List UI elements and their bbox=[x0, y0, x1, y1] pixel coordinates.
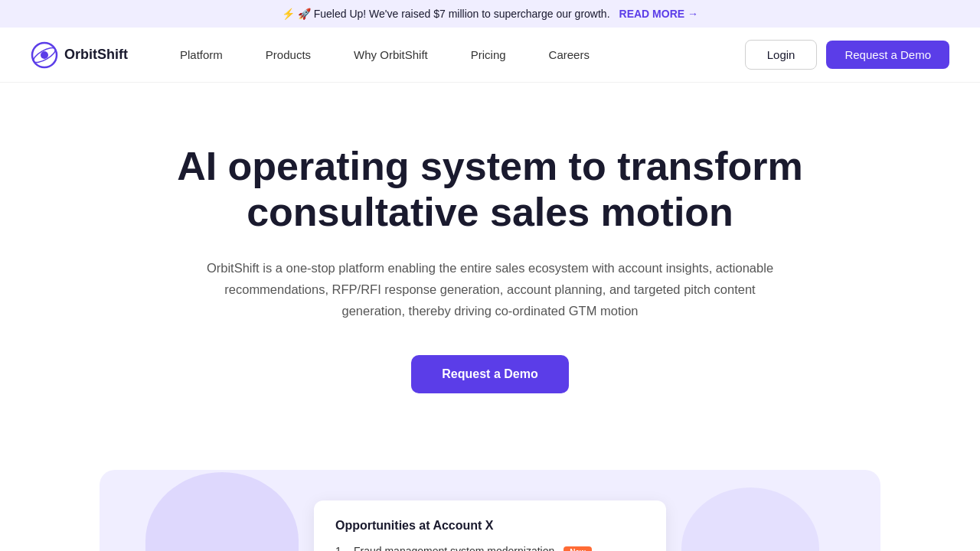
svg-point-1 bbox=[41, 51, 48, 59]
dashboard-inner: Opportunities at Account X 1. Fraud mana… bbox=[314, 500, 666, 551]
hero-section: AI operating system to transform consult… bbox=[145, 83, 835, 439]
announcement-banner: ⚡ 🚀 Fueled Up! We've raised $7 million t… bbox=[0, 0, 980, 28]
nav-links: Platform Products Why OrbitShift Pricing… bbox=[158, 28, 745, 83]
nav-actions: Login Request a Demo bbox=[745, 40, 949, 70]
opportunity-number: 1. bbox=[335, 545, 348, 551]
hero-title: AI operating system to transform consult… bbox=[176, 144, 804, 236]
dashboard-card: Opportunities at Account X 1. Fraud mana… bbox=[100, 470, 880, 551]
opportunity-item: 1. Fraud management system modernization… bbox=[335, 545, 645, 551]
announcement-emoji: ⚡ 🚀 bbox=[282, 8, 311, 20]
arrow-icon: → bbox=[688, 8, 698, 20]
read-more-link[interactable]: READ MORE → bbox=[619, 8, 699, 20]
opportunity-label: Fraud management system modernization bbox=[354, 545, 554, 551]
nav-pricing[interactable]: Pricing bbox=[449, 28, 528, 83]
announcement-message: Fueled Up! We've raised $7 million to su… bbox=[314, 8, 610, 20]
deco-circle-right bbox=[681, 487, 819, 551]
nav-products[interactable]: Products bbox=[244, 28, 332, 83]
announcement-text: ⚡ 🚀 Fueled Up! We've raised $7 million t… bbox=[282, 8, 610, 20]
navbar: OrbitShift Platform Products Why OrbitSh… bbox=[0, 28, 980, 83]
dashboard-preview: Opportunities at Account X 1. Fraud mana… bbox=[69, 470, 911, 551]
new-badge: New bbox=[564, 546, 592, 551]
logo-text: OrbitShift bbox=[64, 47, 128, 63]
nav-why[interactable]: Why OrbitShift bbox=[332, 28, 449, 83]
logo[interactable]: OrbitShift bbox=[31, 41, 128, 69]
nav-careers[interactable]: Careers bbox=[528, 28, 611, 83]
request-demo-hero-button[interactable]: Request a Demo bbox=[411, 355, 568, 393]
nav-platform[interactable]: Platform bbox=[158, 28, 244, 83]
logo-icon bbox=[31, 41, 58, 69]
opportunity-content: Fraud management system modernization Ne… bbox=[354, 545, 645, 551]
request-demo-nav-button[interactable]: Request a Demo bbox=[826, 41, 949, 69]
login-button[interactable]: Login bbox=[745, 40, 818, 70]
dashboard-card-title: Opportunities at Account X bbox=[335, 519, 645, 533]
hero-description: OrbitShift is a one-stop platform enabli… bbox=[199, 257, 781, 321]
deco-circle-left bbox=[145, 472, 299, 551]
